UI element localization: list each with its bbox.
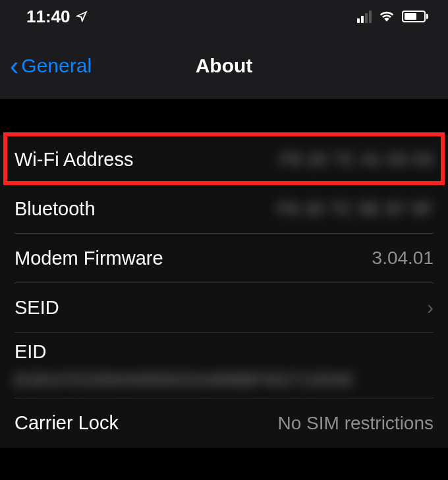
status-right	[357, 9, 428, 24]
status-left: 11:40	[26, 7, 88, 27]
chevron-left-icon: ‹	[10, 53, 18, 79]
row-eid[interactable]: EID B1B41FE5308440859032A4888BFN52712834…	[14, 333, 434, 398]
battery-icon	[402, 11, 428, 22]
row-label: EID	[14, 341, 46, 363]
about-list: Wi-Fi Address F8 20 7C 41 03 03 Bluetoot…	[0, 135, 448, 448]
row-value-blurred: B1B41FE5308440859032A4888BFN527128346	[14, 371, 434, 389]
back-label: General	[21, 55, 92, 77]
row-label: SEID	[14, 297, 59, 319]
section-gap	[0, 99, 448, 135]
back-button[interactable]: ‹ General	[0, 53, 92, 79]
status-time: 11:40	[26, 7, 70, 27]
row-carrier-lock[interactable]: Carrier Lock No SIM restrictions	[14, 398, 434, 448]
row-bluetooth[interactable]: Bluetooth F8 20 7C 5E 87 5F	[14, 184, 434, 234]
row-label: Bluetooth	[14, 198, 96, 220]
chevron-right-icon: ›	[427, 296, 434, 319]
row-value: No SIM restrictions	[278, 413, 434, 434]
row-wifi-address[interactable]: Wi-Fi Address F8 20 7C 41 03 03	[14, 135, 434, 184]
navigation-bar: ‹ General About	[0, 33, 448, 99]
row-seid[interactable]: SEID ›	[14, 283, 434, 333]
row-value-blurred: F8 20 7C 41 03 03	[281, 149, 434, 170]
cellular-signal-icon	[357, 11, 372, 23]
row-label: Modem Firmware	[14, 248, 163, 269]
row-label: Wi-Fi Address	[14, 149, 133, 171]
row-value-blurred: F8 20 7C 5E 87 5F	[277, 199, 434, 219]
bottom-gap	[0, 448, 448, 480]
location-icon	[76, 7, 88, 27]
status-bar: 11:40	[0, 0, 448, 33]
row-value: 3.04.01	[372, 248, 434, 269]
row-label: Carrier Lock	[14, 412, 119, 434]
wifi-icon	[378, 9, 395, 24]
row-modem-firmware[interactable]: Modem Firmware 3.04.01	[14, 234, 434, 283]
page-title: About	[196, 55, 253, 77]
